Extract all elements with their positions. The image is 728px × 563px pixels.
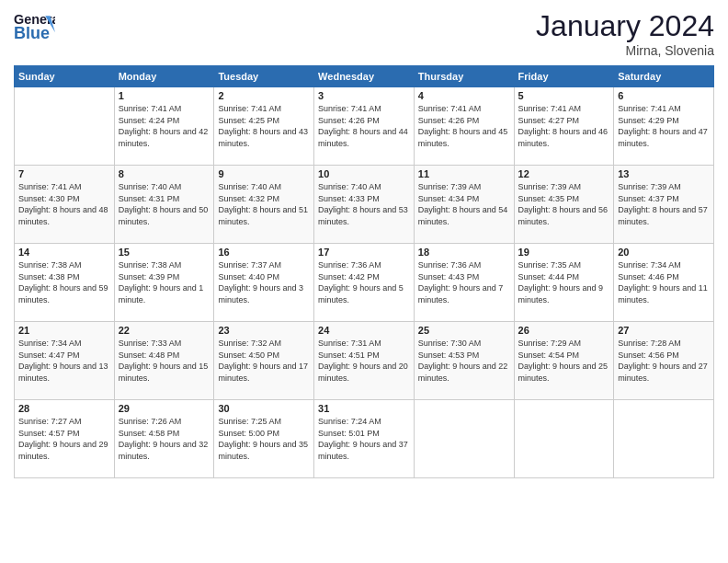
day-number: 20 xyxy=(618,247,710,258)
sunset-text: Sunset: 4:29 PM xyxy=(618,116,679,125)
sunset-text: Sunset: 4:39 PM xyxy=(119,272,180,282)
header-row: Sunday Monday Tuesday Wednesday Thursday… xyxy=(15,66,714,87)
cell-content: Sunrise: 7:36 AM Sunset: 4:42 PM Dayligh… xyxy=(318,259,410,305)
calendar-table: Sunday Monday Tuesday Wednesday Thursday… xyxy=(14,65,714,478)
sunset-text: Sunset: 4:26 PM xyxy=(318,116,380,125)
col-saturday: Saturday xyxy=(614,66,714,87)
calendar-cell: 30 Sunrise: 7:25 AM Sunset: 5:00 PM Dayl… xyxy=(214,400,314,478)
daylight-text: Daylight: 8 hours and 45 minutes. xyxy=(418,127,508,148)
sunset-text: Sunset: 4:58 PM xyxy=(119,429,180,438)
week-row-4: 28 Sunrise: 7:27 AM Sunset: 4:57 PM Dayl… xyxy=(15,400,714,478)
calendar-cell: 15 Sunrise: 7:38 AM Sunset: 4:39 PM Dayl… xyxy=(114,244,214,322)
cell-content: Sunrise: 7:41 AM Sunset: 4:29 PM Dayligh… xyxy=(618,103,710,149)
sunrise-text: Sunrise: 7:29 AM xyxy=(518,339,582,348)
daylight-text: Daylight: 9 hours and 15 minutes. xyxy=(119,362,209,383)
cell-content: Sunrise: 7:25 AM Sunset: 5:00 PM Dayligh… xyxy=(218,416,310,462)
calendar-cell: 5 Sunrise: 7:41 AM Sunset: 4:27 PM Dayli… xyxy=(514,87,614,166)
cell-content: Sunrise: 7:27 AM Sunset: 4:57 PM Dayligh… xyxy=(18,416,110,462)
week-row-2: 14 Sunrise: 7:38 AM Sunset: 4:38 PM Dayl… xyxy=(15,244,714,322)
cell-content: Sunrise: 7:37 AM Sunset: 4:40 PM Dayligh… xyxy=(218,259,310,305)
cell-content: Sunrise: 7:41 AM Sunset: 4:24 PM Dayligh… xyxy=(119,103,210,149)
day-number: 11 xyxy=(418,168,510,179)
calendar-cell: 14 Sunrise: 7:38 AM Sunset: 4:38 PM Dayl… xyxy=(15,244,115,322)
daylight-text: Daylight: 8 hours and 59 minutes. xyxy=(18,283,108,304)
col-sunday: Sunday xyxy=(15,66,115,87)
calendar-cell: 28 Sunrise: 7:27 AM Sunset: 4:57 PM Dayl… xyxy=(15,400,115,478)
week-row-0: 1 Sunrise: 7:41 AM Sunset: 4:24 PM Dayli… xyxy=(15,87,714,166)
title-block: January 2024 Mirna, Slovenia xyxy=(536,9,714,58)
daylight-text: Daylight: 8 hours and 44 minutes. xyxy=(318,127,408,148)
daylight-text: Daylight: 9 hours and 32 minutes. xyxy=(119,440,209,461)
cell-content: Sunrise: 7:33 AM Sunset: 4:48 PM Dayligh… xyxy=(119,338,210,384)
daylight-text: Daylight: 8 hours and 57 minutes. xyxy=(618,205,708,226)
month-year: January 2024 xyxy=(536,9,714,43)
calendar-cell: 26 Sunrise: 7:29 AM Sunset: 4:54 PM Dayl… xyxy=(514,322,614,400)
day-number: 10 xyxy=(318,168,410,179)
sunrise-text: Sunrise: 7:36 AM xyxy=(418,260,482,270)
cell-content: Sunrise: 7:41 AM Sunset: 4:26 PM Dayligh… xyxy=(318,103,410,149)
calendar-cell: 16 Sunrise: 7:37 AM Sunset: 4:40 PM Dayl… xyxy=(214,244,314,322)
sunset-text: Sunset: 4:50 PM xyxy=(218,350,279,360)
daylight-text: Daylight: 9 hours and 11 minutes. xyxy=(618,283,708,304)
sunset-text: Sunset: 4:37 PM xyxy=(618,194,679,203)
daylight-text: Daylight: 9 hours and 9 minutes. xyxy=(518,283,604,304)
day-number: 7 xyxy=(18,168,110,179)
day-number: 3 xyxy=(318,90,410,101)
day-number: 29 xyxy=(119,403,210,414)
day-number: 28 xyxy=(18,403,110,414)
daylight-text: Daylight: 9 hours and 22 minutes. xyxy=(418,362,508,383)
cell-content: Sunrise: 7:31 AM Sunset: 4:51 PM Dayligh… xyxy=(318,338,410,384)
day-number: 31 xyxy=(318,403,410,414)
sunset-text: Sunset: 4:38 PM xyxy=(18,272,80,282)
daylight-text: Daylight: 8 hours and 50 minutes. xyxy=(119,205,209,226)
sunset-text: Sunset: 4:42 PM xyxy=(318,272,380,282)
sunrise-text: Sunrise: 7:32 AM xyxy=(218,339,281,348)
calendar-cell: 24 Sunrise: 7:31 AM Sunset: 4:51 PM Dayl… xyxy=(314,322,415,400)
calendar-cell: 9 Sunrise: 7:40 AM Sunset: 4:32 PM Dayli… xyxy=(214,166,314,244)
sunset-text: Sunset: 5:00 PM xyxy=(218,429,279,438)
sunrise-text: Sunrise: 7:38 AM xyxy=(18,260,82,270)
daylight-text: Daylight: 8 hours and 43 minutes. xyxy=(218,127,308,148)
day-number: 19 xyxy=(518,247,610,258)
cell-content: Sunrise: 7:35 AM Sunset: 4:44 PM Dayligh… xyxy=(518,259,610,305)
day-number: 8 xyxy=(119,168,210,179)
day-number: 9 xyxy=(218,168,310,179)
cell-content: Sunrise: 7:38 AM Sunset: 4:38 PM Dayligh… xyxy=(18,259,110,305)
daylight-text: Daylight: 9 hours and 3 minutes. xyxy=(218,283,303,304)
sunrise-text: Sunrise: 7:36 AM xyxy=(318,260,381,270)
sunrise-text: Sunrise: 7:26 AM xyxy=(119,417,182,426)
daylight-text: Daylight: 8 hours and 56 minutes. xyxy=(518,205,609,226)
day-number: 26 xyxy=(518,325,610,336)
calendar-cell: 7 Sunrise: 7:41 AM Sunset: 4:30 PM Dayli… xyxy=(15,166,115,244)
calendar-cell: 23 Sunrise: 7:32 AM Sunset: 4:50 PM Dayl… xyxy=(214,322,314,400)
day-number: 1 xyxy=(119,90,210,101)
cell-content: Sunrise: 7:40 AM Sunset: 4:32 PM Dayligh… xyxy=(218,181,310,227)
cell-content: Sunrise: 7:30 AM Sunset: 4:53 PM Dayligh… xyxy=(418,338,510,384)
daylight-text: Daylight: 9 hours and 27 minutes. xyxy=(618,362,708,383)
sunset-text: Sunset: 4:34 PM xyxy=(418,194,480,203)
sunset-text: Sunset: 4:40 PM xyxy=(218,272,279,282)
calendar-cell xyxy=(15,87,115,166)
calendar-cell: 10 Sunrise: 7:40 AM Sunset: 4:33 PM Dayl… xyxy=(314,166,415,244)
daylight-text: Daylight: 8 hours and 48 minutes. xyxy=(18,205,108,226)
sunrise-text: Sunrise: 7:37 AM xyxy=(218,260,281,270)
cell-content: Sunrise: 7:41 AM Sunset: 4:30 PM Dayligh… xyxy=(18,181,110,227)
sunset-text: Sunset: 4:56 PM xyxy=(618,350,679,360)
calendar-cell: 22 Sunrise: 7:33 AM Sunset: 4:48 PM Dayl… xyxy=(114,322,214,400)
sunrise-text: Sunrise: 7:35 AM xyxy=(518,260,582,270)
day-number: 14 xyxy=(18,247,110,258)
calendar-cell: 19 Sunrise: 7:35 AM Sunset: 4:44 PM Dayl… xyxy=(514,244,614,322)
col-wednesday: Wednesday xyxy=(314,66,415,87)
calendar-cell: 27 Sunrise: 7:28 AM Sunset: 4:56 PM Dayl… xyxy=(614,322,714,400)
sunrise-text: Sunrise: 7:24 AM xyxy=(318,417,381,426)
calendar-cell xyxy=(514,400,614,478)
sunset-text: Sunset: 4:46 PM xyxy=(618,272,679,282)
sunrise-text: Sunrise: 7:31 AM xyxy=(318,339,381,348)
daylight-text: Daylight: 9 hours and 13 minutes. xyxy=(18,362,108,383)
sunset-text: Sunset: 4:47 PM xyxy=(18,350,80,360)
cell-content: Sunrise: 7:34 AM Sunset: 4:46 PM Dayligh… xyxy=(618,259,710,305)
calendar-cell: 20 Sunrise: 7:34 AM Sunset: 4:46 PM Dayl… xyxy=(614,244,714,322)
daylight-text: Daylight: 9 hours and 5 minutes. xyxy=(318,283,404,304)
calendar-cell xyxy=(414,400,514,478)
week-row-3: 21 Sunrise: 7:34 AM Sunset: 4:47 PM Dayl… xyxy=(15,322,714,400)
